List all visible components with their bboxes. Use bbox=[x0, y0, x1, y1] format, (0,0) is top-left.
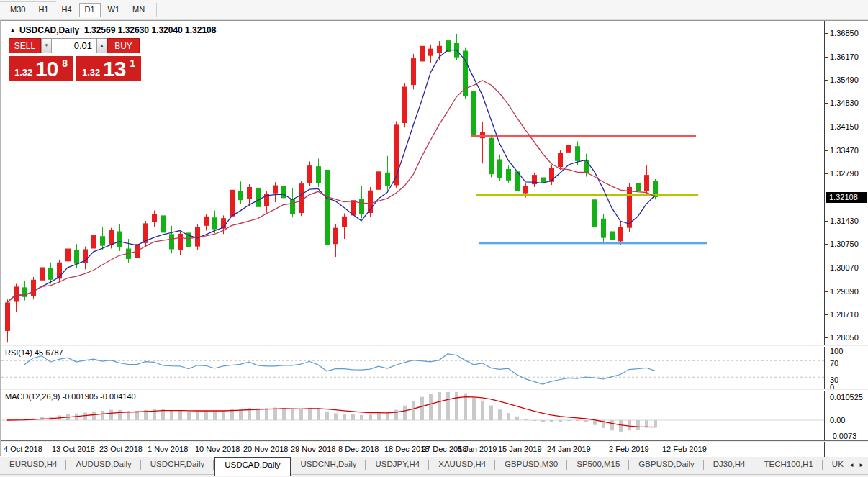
mt4-terminal: M30H1H4D1W1MN ▲USDCAD,Daily 1.32569 1.32… bbox=[0, 0, 868, 477]
axis-tick bbox=[825, 291, 828, 292]
chart-tab-audusd-daily[interactable]: AUDUSD,Daily bbox=[66, 457, 140, 474]
axis-tick bbox=[825, 221, 828, 222]
axis-tick bbox=[825, 150, 828, 151]
date-axis-label: 10 Nov 2018 bbox=[195, 445, 240, 453]
fast-ma[interactable] bbox=[7, 50, 655, 302]
horizontal-level-lines[interactable] bbox=[471, 135, 707, 244]
chart-tab-sp500-m15[interactable]: SP500,M15 bbox=[567, 457, 629, 474]
macd-label: MACD(12,26,9) -0.001905 -0.004140 bbox=[5, 392, 136, 401]
rsi-axis-label: 100 bbox=[830, 347, 843, 355]
price-axis-label: 1.33470 bbox=[830, 146, 859, 155]
lot-size-input[interactable] bbox=[52, 38, 96, 53]
rsi-label: RSI(14) 45.6787 bbox=[5, 348, 63, 357]
timeframe-button-m30[interactable]: M30 bbox=[4, 3, 31, 17]
rsi-chart[interactable] bbox=[1, 347, 824, 389]
date-axis-label: 20 Nov 2018 bbox=[243, 445, 288, 453]
toolbar-separator bbox=[156, 3, 157, 17]
main-price-pane[interactable]: ▲USDCAD,Daily 1.32569 1.32630 1.32040 1.… bbox=[1, 22, 824, 345]
timeframe-button-h4[interactable]: H4 bbox=[55, 3, 77, 17]
price-axis-label: 1.30750 bbox=[830, 240, 859, 248]
macd-indicator-pane[interactable]: MACD(12,26,9) -0.001905 -0.004140 bbox=[1, 391, 824, 440]
pane-separator[interactable] bbox=[1, 389, 868, 391]
price-axis-label: 1.34830 bbox=[830, 99, 859, 107]
one-click-trading-panel: SELL ▼ ▲ BUY 1.32 10 8 1.32 13 1 bbox=[9, 38, 141, 81]
price-axis-label: 1.28050 bbox=[830, 333, 859, 342]
rsi-axis-label: 70 bbox=[830, 359, 838, 368]
timeframe-button-mn[interactable]: MN bbox=[127, 3, 150, 17]
buy-price-whole: 1.32 bbox=[82, 67, 100, 78]
date-axis-label: 12 Feb 2019 bbox=[662, 445, 707, 453]
rsi-indicator-pane[interactable]: RSI(14) 45.6787 bbox=[1, 347, 824, 389]
sell-button[interactable]: SELL bbox=[9, 38, 41, 53]
date-axis-label: 13 Oct 2018 bbox=[52, 445, 95, 453]
date-axis[interactable]: 4 Oct 201813 Oct 201823 Oct 20181 Nov 20… bbox=[1, 442, 824, 457]
chart-tab-dj30-h4[interactable]: DJ30,H4 bbox=[704, 457, 755, 474]
buy-button[interactable]: BUY bbox=[107, 38, 140, 53]
timeframe-button-w1[interactable]: W1 bbox=[102, 3, 126, 17]
price-axis-label: 1.36170 bbox=[830, 53, 859, 61]
timeframe-button-h1[interactable]: H1 bbox=[32, 3, 54, 17]
sell-price-whole: 1.32 bbox=[14, 67, 32, 78]
date-axis-separator bbox=[1, 440, 868, 442]
rsi-line[interactable] bbox=[24, 354, 655, 384]
macd-axis-label: -0.0073 bbox=[830, 432, 856, 440]
price-axis-label: 1.34150 bbox=[830, 122, 859, 131]
chart-tab-eurusd-h4[interactable]: EURUSD,H4 bbox=[0, 457, 66, 474]
timeframe-button-d1[interactable]: D1 bbox=[79, 3, 101, 17]
chart-tab-xauusd-h4[interactable]: XAUUSD,H4 bbox=[429, 457, 495, 474]
axis-tick bbox=[825, 244, 828, 245]
collapse-trade-panel-icon[interactable]: ▲ bbox=[9, 27, 16, 34]
axis-tick bbox=[825, 103, 828, 104]
chart-tab-gbpusd-m30[interactable]: GBPUSD,M30 bbox=[495, 457, 567, 474]
tab-scroll-left-icon[interactable]: ◄ bbox=[846, 460, 856, 471]
date-axis-label: 29 Nov 2018 bbox=[291, 445, 335, 453]
macd-axis-label: 0.00 bbox=[830, 416, 845, 424]
lot-increase-button[interactable]: ▲ bbox=[96, 38, 107, 53]
lot-decrease-button[interactable]: ▼ bbox=[41, 38, 52, 53]
chart-tab-usdcnh-daily[interactable]: USDCNH,Daily bbox=[291, 457, 366, 474]
date-axis-label: 8 Dec 2018 bbox=[338, 445, 379, 453]
slow-ma[interactable] bbox=[7, 81, 655, 303]
price-axis-label: 1.32790 bbox=[830, 169, 859, 178]
chart-title: ▲USDCAD,Daily 1.32569 1.32630 1.32040 1.… bbox=[9, 25, 216, 35]
date-axis-label: 24 Jan 2019 bbox=[547, 445, 591, 453]
chart-ohlc-label: 1.32569 1.32630 1.32040 1.32108 bbox=[84, 25, 217, 35]
chart-tab-usdcad-daily[interactable]: USDCAD,Daily bbox=[214, 457, 291, 476]
date-axis-label: 23 Oct 2018 bbox=[99, 445, 143, 453]
price-axis-label: 1.31430 bbox=[830, 217, 859, 225]
buy-price-box[interactable]: 1.32 13 1 bbox=[76, 56, 141, 81]
price-axis-label: 1.29390 bbox=[830, 287, 859, 296]
macd-axis-label: 0.010525 bbox=[830, 393, 863, 401]
price-axis[interactable]: 1.368501.361701.354901.348301.341501.334… bbox=[824, 21, 868, 457]
timeframe-toolbar: M30H1H4D1W1MN bbox=[0, 0, 868, 20]
pane-separator[interactable] bbox=[1, 345, 868, 347]
buy-price-pipette: 1 bbox=[130, 58, 135, 69]
price-axis-label: 1.28710 bbox=[830, 310, 859, 319]
date-axis-label: 1 Nov 2018 bbox=[148, 445, 188, 453]
chart-tab-gbpusd-daily[interactable]: GBPUSD,Daily bbox=[629, 457, 703, 474]
chart-tab-tech100-h1[interactable]: TECH100,H1 bbox=[754, 457, 822, 474]
chart-tab-usdjpy-h4[interactable]: USDJPY,H4 bbox=[366, 457, 429, 474]
axis-tick bbox=[825, 268, 828, 268]
price-axis-label: 1.36850 bbox=[830, 29, 859, 37]
chart-tab-usdchf-daily[interactable]: USDCHF,Daily bbox=[141, 457, 214, 474]
price-axis-label: 1.30070 bbox=[830, 263, 859, 272]
sell-price-pips: 10 bbox=[35, 57, 58, 81]
current-price-tag: 1.32108 bbox=[826, 192, 867, 203]
axis-tick bbox=[825, 314, 828, 315]
sell-price-pipette: 8 bbox=[62, 58, 68, 69]
tab-strip bbox=[0, 474, 868, 477]
date-axis-label: 2 Feb 2019 bbox=[609, 445, 649, 453]
tab-scroll-arrows: ◄ ► bbox=[846, 460, 867, 471]
date-axis-label: 4 Oct 2018 bbox=[4, 445, 42, 453]
price-axis-label: 1.35490 bbox=[830, 76, 859, 84]
chart-window: ▲USDCAD,Daily 1.32569 1.32630 1.32040 1.… bbox=[0, 20, 868, 456]
sell-price-box[interactable]: 1.32 10 8 bbox=[9, 56, 73, 81]
axis-tick bbox=[825, 337, 828, 338]
axis-tick bbox=[825, 57, 828, 58]
date-axis-label: 15 Jan 2019 bbox=[498, 445, 542, 453]
chart-symbol-label: USDCAD,Daily bbox=[19, 25, 79, 35]
tab-scroll-right-icon[interactable]: ► bbox=[856, 460, 867, 471]
axis-tick bbox=[825, 127, 828, 127]
toolbar-grip[interactable] bbox=[0, 1, 56, 2]
